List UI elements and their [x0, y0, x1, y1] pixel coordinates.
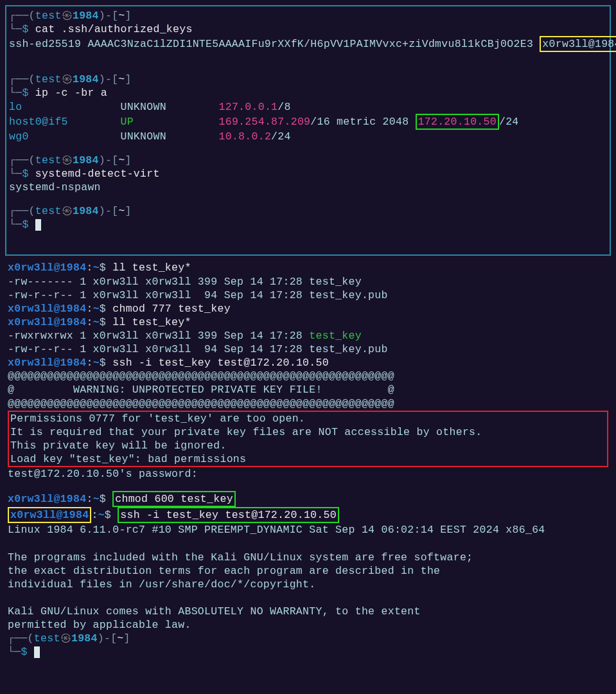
ll-output: -rw-r--r-- 1 x0rw3ll x0rw3ll 94 Sep 14 1… [8, 343, 608, 356]
error-line: It is required that your private key fil… [10, 425, 606, 439]
prompt-line: ┌──(test㉿1984)-[~] [9, 204, 607, 218]
error-line: Load key "test_key": bad permissions [10, 452, 606, 466]
prompt-line: ┌──(test㉿1984)-[~] [9, 154, 607, 167]
command-line[interactable]: └─$ systemd-detect-virt [9, 167, 607, 181]
ll-output: -rw-r--r-- 1 x0rw3ll x0rw3ll 94 Sep 14 1… [8, 289, 608, 302]
motd-line [8, 537, 608, 551]
ll-output: -rwxrwxrwx 1 x0rw3ll x0rw3ll 399 Sep 14 … [8, 329, 608, 343]
motd-line: The programs included with the Kali GNU/… [8, 551, 608, 564]
highlighted-user-host: x0rw3ll@1984 [540, 36, 616, 52]
ip-output-line: lo UNKNOWN 127.0.0.1/8 [9, 100, 607, 114]
error-line: Permissions 0777 for 'test_key' are too … [10, 412, 606, 425]
ip-output-line: host0@if5 UP 169.254.87.209/16 metric 20… [9, 114, 607, 130]
command-line[interactable]: └─$ cat .ssh/authorized_keys [9, 22, 607, 36]
motd-line: Linux 1984 6.11.0-rc7 #10 SMP PREEMPT_DY… [8, 523, 608, 537]
highlighted-ip: 172.20.10.50 [416, 114, 499, 130]
motd-line: individual files in /usr/share/doc/*/cop… [8, 578, 608, 591]
warning-border: @@@@@@@@@@@@@@@@@@@@@@@@@@@@@@@@@@@@@@@@… [8, 397, 608, 411]
ll-output: -rw------- 1 x0rw3ll x0rw3ll 399 Sep 14 … [8, 275, 608, 289]
command-line[interactable]: └─$ [9, 218, 607, 231]
command-line[interactable]: x0rw3ll@1984:~$ ll test_key* [8, 261, 608, 274]
cursor-icon [35, 219, 41, 231]
bottom-terminal-pane[interactable]: x0rw3ll@1984:~$ ll test_key* -rw------- … [5, 256, 611, 672]
command-line[interactable]: x0rw3ll@1984:~$ chmod 600 test_key [8, 491, 608, 507]
warning-border: @@@@@@@@@@@@@@@@@@@@@@@@@@@@@@@@@@@@@@@@… [8, 369, 608, 383]
command-line[interactable]: x0rw3ll@1984:~$ ll test_key* [8, 316, 608, 329]
ip-output-line: wg0 UNKNOWN 10.8.0.2/24 [9, 130, 607, 143]
virt-output: systemd-nspawn [9, 181, 607, 194]
command-line[interactable]: x0rw3ll@1984:~$ chmod 777 test_key [8, 302, 608, 316]
highlighted-user: x0rw3ll@1984 [8, 507, 91, 523]
warning-text: @ WARNING: UNPROTECTED PRIVATE KEY FILE!… [8, 383, 608, 396]
error-box: Permissions 0777 for 'test_key' are too … [8, 411, 608, 467]
authorized-key-output: ssh-ed25519 AAAAC3NzaC1lZDI1NTE5AAAAIFu9… [9, 36, 607, 52]
command-line[interactable]: x0rw3ll@1984:~$ ssh -i test_key test@172… [8, 356, 608, 369]
password-prompt[interactable]: test@172.20.10.50's password: [8, 467, 608, 481]
command-line[interactable]: └─$ [8, 645, 608, 659]
motd-line: the exact distribution terms for each pr… [8, 564, 608, 578]
prompt-line: ┌──(test㉿1984)-[~] [9, 73, 607, 86]
terminal-window: ┌──(test㉿1984)-[~] └─$ cat .ssh/authoriz… [0, 0, 616, 677]
top-terminal-pane[interactable]: ┌──(test㉿1984)-[~] └─$ cat .ssh/authoriz… [5, 5, 611, 256]
cursor-icon [34, 646, 40, 658]
error-line: This private key will be ignored. [10, 439, 606, 452]
prompt-line: ┌──(test㉿1984)-[~] [9, 9, 607, 22]
highlighted-cmd: chmod 600 test_key [112, 491, 236, 507]
prompt-line: ┌──(test㉿1984)-[~] [8, 632, 608, 645]
motd-line: Kali GNU/Linux comes with ABSOLUTELY NO … [8, 605, 608, 618]
motd-line: permitted by applicable law. [8, 618, 608, 632]
command-line[interactable]: x0rw3ll@1984:~$ ssh -i test_key test@172… [8, 507, 608, 523]
motd-line [8, 591, 608, 605]
command-line[interactable]: └─$ ip -c -br a [9, 86, 607, 100]
highlighted-cmd: ssh -i test_key test@172.20.10.50 [118, 507, 339, 523]
